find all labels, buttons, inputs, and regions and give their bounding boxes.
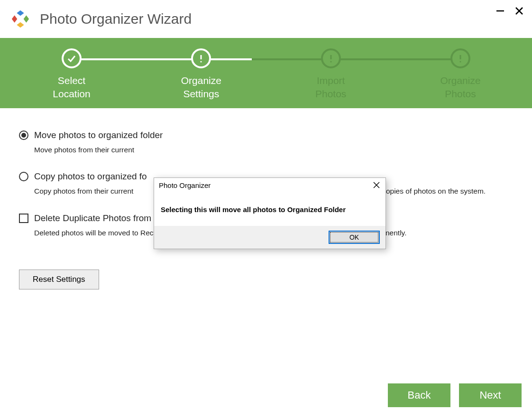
minimize-button[interactable]: [494, 5, 506, 17]
wizard-footer: Back Next: [388, 383, 532, 410]
radio-copy-photos[interactable]: [19, 172, 28, 181]
checkbox-delete-duplicates[interactable]: [19, 214, 28, 223]
minimize-icon: [495, 6, 505, 16]
step-import-photos: Import Photos: [303, 48, 359, 101]
close-icon: [514, 6, 524, 16]
step-organize-photos: Organize Photos: [432, 48, 489, 101]
svg-point-8: [459, 61, 461, 62]
option-title: Copy photos to organized fo: [34, 171, 147, 182]
option-description: Move photos from their current: [34, 144, 513, 155]
wizard-stepper: Select Location Organize Settings Import…: [0, 38, 532, 108]
svg-point-6: [330, 61, 331, 62]
dialog-ok-button[interactable]: OK: [329, 231, 380, 244]
step-icon-exclaim: [450, 48, 470, 68]
dialog-title: Photo Organizer: [159, 181, 211, 189]
dialog-message: Selecting this will move all photos to O…: [154, 191, 385, 226]
exclaim-icon: [196, 53, 206, 64]
step-label: Import Photos: [315, 74, 346, 101]
dialog-close-button[interactable]: [372, 181, 381, 189]
check-icon: [66, 53, 77, 64]
window-controls: [494, 5, 525, 17]
step-icon-check: [62, 48, 82, 68]
radio-move-photos[interactable]: [19, 130, 28, 140]
app-logo-icon: [10, 9, 30, 29]
step-select-location: Select Location: [43, 48, 100, 101]
exclaim-icon: [455, 53, 466, 64]
step-icon-exclaim: [191, 48, 211, 68]
exclaim-icon: [326, 53, 336, 64]
back-button[interactable]: Back: [388, 383, 450, 407]
confirm-dialog: Photo Organizer Selecting this will move…: [154, 177, 386, 249]
step-organize-settings: Organize Settings: [173, 48, 229, 101]
option-title: Move photos to organized folder: [34, 130, 163, 140]
option-desc-left: Copy photos from their current: [34, 187, 136, 195]
app-title: Photo Organizer Wizard: [40, 11, 523, 27]
option-move-photos: Move photos to organized folder Move pho…: [19, 130, 513, 155]
svg-point-4: [201, 61, 202, 62]
reset-settings-button[interactable]: Reset Settings: [19, 270, 99, 289]
step-label: Organize Photos: [440, 74, 480, 101]
next-button[interactable]: Next: [459, 383, 522, 407]
step-label: Select Location: [53, 74, 90, 101]
title-bar: Photo Organizer Wizard: [0, 0, 532, 38]
step-label: Organize Settings: [181, 74, 221, 101]
step-icon-exclaim: [321, 48, 341, 68]
close-button[interactable]: [513, 5, 525, 17]
